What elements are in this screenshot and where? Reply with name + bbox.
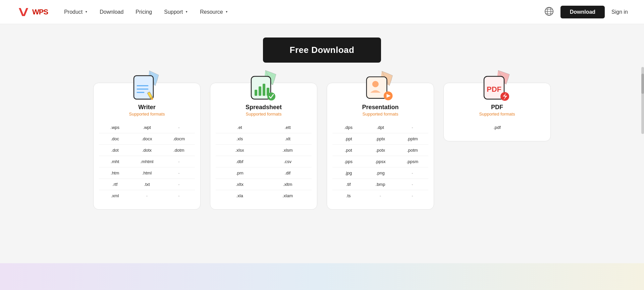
spreadsheet-format-table: .et .ett .xls .xlt .xlsx .xlsm .dbf .csv… [210,122,317,201]
logo-text: WPS [32,8,48,16]
presentation-icon [365,69,395,101]
spreadsheet-subtitle: Supported formats [246,112,282,117]
logo[interactable]: WPS [16,5,48,19]
spreadsheet-title: Spreadsheet [246,104,282,111]
table-row: .ts - - [332,190,428,201]
table-row: .dps .dpt - [332,122,428,133]
table-row: .htm .html - [99,167,195,179]
nav-pricing[interactable]: Pricing [136,9,152,15]
presentation-icon-wrap [365,70,395,100]
table-row: .tif .bmp - [332,179,428,190]
table-row: .dot .dotx .dotm [99,145,195,156]
table-row: .dbf .csv [216,156,312,167]
presentation-card: Presentation Supported formats .dps .dpt… [327,83,434,210]
nav-support[interactable]: Support [164,9,188,15]
writer-subtitle: Supported formats [129,112,165,117]
cards-container: Writer Supported formats .wps .wpt - .do… [80,83,564,210]
table-row: .prn .dif [216,167,312,179]
table-row: .rtf .txt - [99,179,195,190]
pdf-icon: PDF [482,69,512,101]
table-row: .xls .xlt [216,133,312,145]
table-row: .pps .ppsx .ppsm [332,156,428,167]
pdf-icon-wrap: PDF [482,70,512,100]
table-row: .xltx .xltm [216,179,312,190]
globe-icon[interactable] [544,7,554,17]
svg-rect-29 [259,86,261,96]
table-row: .pot .potx .potm [332,145,428,156]
writer-icon-wrap [132,70,162,100]
scrollbar[interactable] [641,67,644,134]
scrollbar-thumb[interactable] [641,74,644,94]
pdf-format-table: .pdf [444,122,550,133]
table-row: .mht .mhtml - [99,156,195,167]
free-download-button[interactable]: Free Download [263,38,381,63]
table-row: .pdf [449,122,545,133]
svg-rect-28 [255,90,257,96]
nav-download[interactable]: Download [100,9,123,15]
presentation-subtitle: Supported formats [363,112,398,117]
writer-icon [132,69,162,101]
main-content: Free Download [0,24,644,230]
wps-logo-icon [16,5,31,19]
svg-text:PDF: PDF [487,85,501,93]
sign-in-link[interactable]: Sign in [611,9,628,15]
table-row: .xla .xlam [216,190,312,201]
table-row: .doc .docx .docm [99,133,195,145]
nav-right: Download Sign in [544,6,628,18]
nav-download-button[interactable]: Download [560,6,605,18]
table-row: .xlsx .xlsm [216,145,312,156]
table-row: .xml - - [99,190,195,201]
pdf-card: PDF PDF Supported formats .pdf [443,83,551,141]
writer-title: Writer [138,104,156,111]
spreadsheet-icon [249,69,279,101]
pdf-subtitle: Supported formats [479,112,515,117]
svg-rect-30 [263,84,265,96]
bottom-gradient [0,263,644,290]
spreadsheet-icon-wrap [249,70,279,100]
nav-resource[interactable]: Resource [200,9,228,15]
presentation-format-table: .dps .dpt - .ppt .pptx .pptm .pot .potx … [327,122,434,201]
svg-point-32 [267,92,275,100]
nav-links: Product Download Pricing Support Resourc… [64,9,544,15]
spreadsheet-card: Spreadsheet Supported formats .et .ett .… [210,83,317,210]
nav-product[interactable]: Product [64,9,88,15]
pdf-title: PDF [491,104,503,111]
table-row: .et .ett [216,122,312,133]
presentation-title: Presentation [362,104,398,111]
svg-point-40 [372,81,379,87]
writer-format-table: .wps .wpt - .doc .docx .docm .dot .dotx … [94,122,200,201]
table-row: .jpg .png - [332,167,428,179]
table-row: .ppt .pptx .pptm [332,133,428,145]
table-row: .wps .wpt - [99,122,195,133]
writer-card: Writer Supported formats .wps .wpt - .do… [93,83,201,210]
navigation: WPS Product Download Pricing Support Res… [0,0,644,24]
